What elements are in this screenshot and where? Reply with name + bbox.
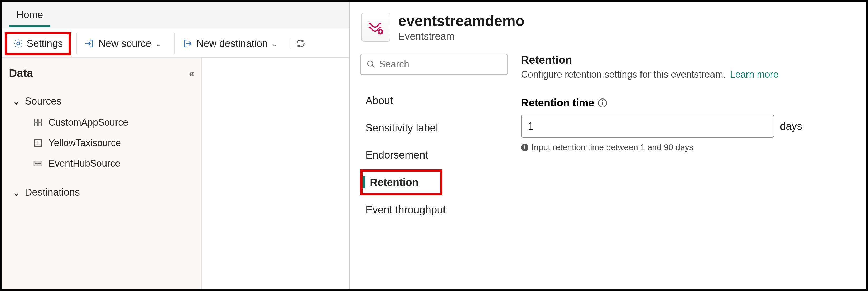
retention-desc-text: Configure retention settings for this ev… bbox=[521, 69, 725, 80]
svg-point-7 bbox=[35, 163, 37, 164]
new-destination-label: New destination bbox=[196, 38, 268, 49]
info-solid-icon: i bbox=[521, 144, 528, 151]
collapse-icon[interactable]: « bbox=[189, 68, 194, 78]
search-input-wrap[interactable] bbox=[360, 54, 508, 75]
retention-time-label-text: Retention time bbox=[521, 97, 594, 109]
retention-time-label: Retention time i bbox=[521, 97, 850, 109]
chevron-down-icon: ⌄ bbox=[271, 39, 278, 48]
chevron-down-icon: ⌄ bbox=[12, 95, 21, 107]
retention-hint: i Input retention time between 1 and 90 … bbox=[521, 142, 850, 152]
eventhub-icon bbox=[33, 158, 43, 169]
flyout-header: eventstreamdemo Eventstream bbox=[350, 2, 866, 49]
svg-rect-2 bbox=[38, 119, 42, 122]
learn-more-link[interactable]: Learn more bbox=[730, 69, 778, 80]
tab-home[interactable]: Home bbox=[9, 4, 50, 27]
settings-label: Settings bbox=[27, 38, 63, 49]
flyout-nav: About Sensitivity label Endorsement Rete… bbox=[350, 49, 518, 289]
settings-flyout: eventstreamdemo Eventstream About Sensit… bbox=[349, 2, 866, 289]
source-item-yellowtaxi[interactable]: YellowTaxisource bbox=[9, 133, 194, 153]
gear-icon bbox=[13, 38, 24, 49]
tab-bar: Home bbox=[2, 2, 349, 27]
data-panel: Data « ⌄ Sources CustomAppSource bbox=[2, 58, 202, 289]
canvas-area[interactable] bbox=[202, 58, 349, 289]
eventstream-icon bbox=[361, 13, 390, 42]
chevron-down-icon: ⌄ bbox=[155, 39, 162, 48]
new-destination-button[interactable]: New destination ⌄ bbox=[174, 33, 285, 54]
svg-rect-3 bbox=[35, 123, 38, 126]
toolbar: Settings New source ⌄ New destination ⌄ bbox=[2, 29, 349, 58]
nav-throughput[interactable]: Event throughput bbox=[360, 197, 508, 222]
nav-retention[interactable]: Retention bbox=[360, 169, 442, 195]
nav-retention-label: Retention bbox=[363, 176, 440, 188]
app-icon bbox=[33, 117, 43, 128]
svg-point-0 bbox=[17, 42, 20, 45]
source-item-customapp[interactable]: CustomAppSource bbox=[9, 112, 194, 133]
sources-group[interactable]: ⌄ Sources bbox=[9, 90, 194, 112]
refresh-icon bbox=[295, 38, 306, 49]
settings-button[interactable]: Settings bbox=[5, 32, 71, 55]
nav-endorsement[interactable]: Endorsement bbox=[360, 142, 508, 168]
svg-point-9 bbox=[39, 163, 41, 164]
info-icon[interactable]: i bbox=[598, 99, 607, 107]
days-suffix: days bbox=[780, 120, 802, 132]
search-icon bbox=[367, 60, 375, 69]
flyout-title: eventstreamdemo bbox=[398, 12, 524, 29]
sources-label: Sources bbox=[25, 96, 61, 107]
destinations-group[interactable]: ⌄ Destinations bbox=[9, 181, 194, 203]
flyout-subtitle: Eventstream bbox=[398, 31, 524, 42]
arrow-out-icon bbox=[182, 38, 193, 49]
new-source-label: New source bbox=[98, 38, 151, 49]
retention-heading: Retention bbox=[521, 54, 850, 66]
search-input[interactable] bbox=[379, 59, 501, 70]
svg-point-8 bbox=[37, 163, 39, 164]
retention-desc: Configure retention settings for this ev… bbox=[521, 69, 850, 80]
chevron-down-icon: ⌄ bbox=[12, 186, 21, 198]
lower-left: Data « ⌄ Sources CustomAppSource bbox=[2, 58, 349, 289]
svg-rect-4 bbox=[38, 123, 42, 126]
retention-section: Retention Configure retention settings f… bbox=[518, 49, 866, 289]
data-panel-title: Data bbox=[9, 67, 33, 79]
retention-time-input[interactable] bbox=[521, 115, 774, 138]
source-label: YellowTaxisource bbox=[49, 138, 121, 149]
refresh-button[interactable] bbox=[290, 38, 310, 49]
svg-rect-1 bbox=[35, 119, 38, 122]
source-label: CustomAppSource bbox=[49, 117, 128, 128]
chart-icon bbox=[33, 138, 43, 148]
retention-hint-text: Input retention time between 1 and 90 da… bbox=[532, 142, 693, 152]
nav-sensitivity[interactable]: Sensitivity label bbox=[360, 115, 508, 141]
nav-about[interactable]: About bbox=[360, 88, 508, 113]
source-label: EventHubSource bbox=[49, 158, 120, 169]
main-app-region: Home Settings New source ⌄ bbox=[2, 2, 349, 289]
new-source-button[interactable]: New source ⌄ bbox=[76, 33, 169, 54]
source-item-eventhub[interactable]: EventHubSource bbox=[9, 153, 194, 174]
destinations-label: Destinations bbox=[25, 187, 80, 198]
arrow-in-icon bbox=[84, 38, 95, 49]
svg-point-11 bbox=[368, 61, 373, 66]
